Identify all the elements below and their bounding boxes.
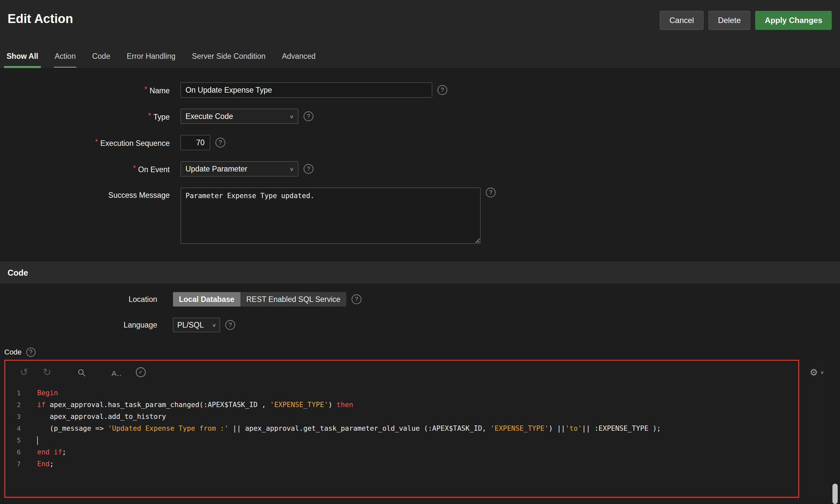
code-section-header: Code — [0, 262, 840, 284]
on-event-select-value: Update Parameter — [186, 165, 247, 174]
search-icon[interactable] — [75, 368, 88, 380]
form-row-success-message: Success Message Parameter Expense Type u… — [0, 187, 840, 244]
required-marker: * — [144, 85, 147, 94]
gear-icon: ⚙ — [809, 367, 818, 378]
code-line[interactable]: 6end if; — [4, 446, 828, 458]
form-row-location: Location Local Database REST Enabled SQL… — [0, 292, 840, 307]
name-label: *Name — [0, 85, 170, 95]
check-icon: ✓ — [136, 367, 146, 377]
execution-sequence-label: *Execution Sequence — [0, 138, 170, 148]
help-icon[interactable]: ? — [304, 111, 313, 121]
help-icon[interactable]: ? — [225, 320, 235, 330]
code-line[interactable]: 7End; — [4, 458, 828, 470]
validate-icon[interactable]: ✓ — [134, 367, 147, 377]
form-row-type: *Type Execute Code ∨ ? — [0, 109, 840, 124]
identification-form: *Name ? *Type Execute Code ∨ ? *Executio… — [0, 68, 840, 244]
code-line[interactable]: 2if apex_approval.has_task_param_changed… — [4, 399, 828, 411]
line-number: 7 — [4, 458, 21, 470]
edit-action-dialog: Edit Action Cancel Delete Apply Changes … — [0, 0, 840, 504]
location-toggle: Local Database REST Enabled SQL Service — [173, 292, 346, 307]
code-line[interactable]: 1Begin — [4, 387, 828, 399]
location-option-local-database[interactable]: Local Database — [173, 292, 240, 307]
line-number: 1 — [4, 387, 21, 399]
line-number: 4 — [4, 422, 21, 434]
success-message-label: Success Message — [0, 187, 170, 200]
line-content — [37, 434, 38, 446]
success-message-wrap: Parameter Expense Type updated. — [181, 187, 481, 244]
tab-server-side-condition[interactable]: Server Side Condition — [192, 52, 265, 68]
editor-toolbar: ↺ ↻ A‥ ✓ ⚙ ∨ — [4, 360, 828, 384]
form-row-on-event: *On Event Update Parameter ∨ ? — [0, 161, 840, 176]
tab-action[interactable]: Action — [55, 52, 76, 68]
location-option-rest-enabled-sql-service[interactable]: REST Enabled SQL Service — [240, 292, 346, 307]
header-buttons: Cancel Delete Apply Changes — [660, 11, 832, 30]
line-content: apex_approval.add_to_history — [37, 411, 166, 422]
help-icon[interactable]: ? — [216, 138, 225, 147]
success-message-textarea[interactable]: Parameter Expense Type updated. — [181, 187, 481, 244]
tab-error-handling[interactable]: Error Handling — [126, 52, 175, 68]
code-section-body: Location Local Database REST Enabled SQL… — [0, 284, 840, 501]
text-cursor — [37, 436, 38, 445]
chevron-down-icon: ∨ — [820, 370, 824, 375]
line-number: 5 — [4, 434, 21, 446]
line-content: (p_message => 'Updated Expense Type from… — [37, 422, 661, 434]
line-content: End; — [37, 458, 54, 470]
form-row-execution-sequence: *Execution Sequence ? — [0, 135, 840, 150]
editor-settings[interactable]: ⚙ ∨ — [809, 367, 824, 378]
line-number: 6 — [4, 446, 21, 458]
find-replace-icon[interactable]: A‥ — [110, 368, 123, 379]
cancel-button[interactable]: Cancel — [660, 11, 703, 30]
line-content: if apex_approval.has_task_param_changed(… — [37, 399, 353, 411]
form-row-name: *Name ? — [0, 83, 840, 97]
redo-icon[interactable]: ↻ — [40, 366, 54, 378]
code-line[interactable]: 3 apex_approval.add_to_history — [4, 411, 828, 422]
help-icon[interactable]: ? — [486, 187, 496, 197]
editor-lines[interactable]: 1Begin2if apex_approval.has_task_param_c… — [4, 384, 828, 470]
code-editor-label: Code — [4, 348, 22, 357]
tab-show-all[interactable]: Show All — [6, 52, 38, 68]
help-icon[interactable]: ? — [26, 348, 35, 357]
on-event-label: *On Event — [0, 164, 170, 174]
line-content: end if; — [37, 446, 66, 458]
line-number: 2 — [4, 399, 21, 411]
language-select-value: PL/SQL — [177, 321, 204, 329]
code-line[interactable]: 4 (p_message => 'Updated Expense Type fr… — [4, 422, 828, 434]
required-marker: * — [95, 138, 98, 146]
type-label: *Type — [0, 111, 170, 122]
page-title: Edit Action — [7, 12, 73, 26]
help-icon[interactable]: ? — [352, 294, 361, 304]
location-label: Location — [0, 295, 157, 304]
code-editor-label-row: Code ? — [0, 348, 840, 357]
chevron-down-icon: ∨ — [289, 166, 294, 172]
chevron-down-icon: ∨ — [212, 322, 217, 328]
on-event-select[interactable]: Update Parameter ∨ — [181, 161, 298, 176]
apply-changes-button[interactable]: Apply Changes — [755, 11, 832, 30]
code-line[interactable]: 5 — [4, 434, 828, 446]
line-number: 3 — [4, 411, 21, 422]
delete-button[interactable]: Delete — [708, 11, 750, 30]
required-marker: * — [133, 164, 136, 173]
header: Edit Action Cancel Delete Apply Changes … — [0, 0, 840, 68]
scrollbar-thumb[interactable] — [833, 484, 838, 504]
language-label: Language — [0, 321, 157, 329]
type-select-value: Execute Code — [186, 112, 233, 121]
execution-sequence-input[interactable] — [181, 135, 210, 150]
help-icon[interactable]: ? — [304, 164, 313, 174]
required-marker: * — [148, 111, 151, 120]
form-row-language: Language PL/SQL ∨ ? — [0, 318, 840, 332]
tab-code[interactable]: Code — [92, 52, 110, 68]
type-select[interactable]: Execute Code ∨ — [181, 109, 298, 124]
help-icon[interactable]: ? — [438, 85, 447, 95]
language-select[interactable]: PL/SQL ∨ — [173, 318, 220, 332]
undo-icon[interactable]: ↺ — [17, 366, 31, 378]
code-section-title: Code — [7, 268, 28, 277]
code-editor[interactable]: ↺ ↻ A‥ ✓ ⚙ ∨ 1Begin2if apex_approval.ha — [4, 360, 828, 501]
line-content: Begin — [37, 387, 58, 399]
tab-advanced[interactable]: Advanced — [282, 52, 315, 68]
name-input[interactable] — [181, 83, 432, 97]
tab-bar: Show All Action Code Error Handling Serv… — [0, 52, 840, 68]
chevron-down-icon: ∨ — [289, 113, 294, 119]
